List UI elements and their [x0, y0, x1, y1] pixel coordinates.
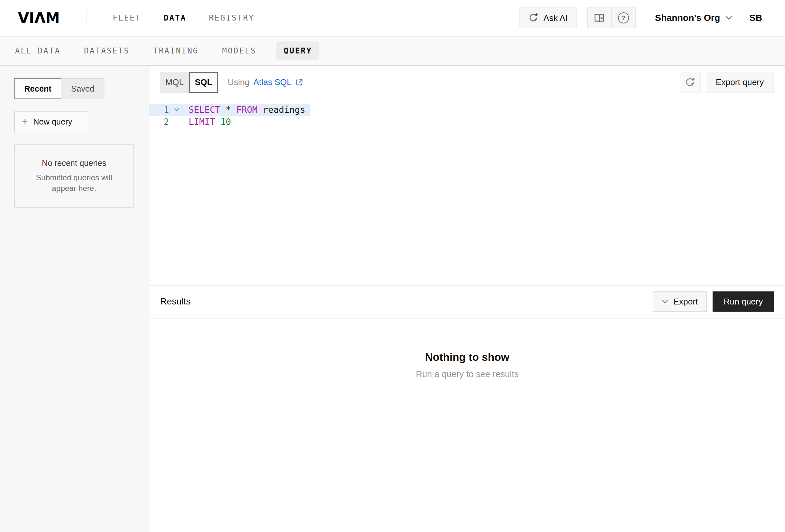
results-empty-subtitle: Run a query to see results	[149, 369, 785, 379]
results-header: Results Export Run query	[149, 285, 785, 318]
no-recent-queries-subtitle: Submitted queries will appear here.	[24, 172, 124, 194]
recent-saved-toggle: Recent Saved	[15, 78, 134, 99]
tab-training[interactable]: TRAINING	[153, 46, 199, 55]
run-query-button[interactable]: Run query	[713, 291, 774, 312]
recent-tab[interactable]: Recent	[15, 78, 61, 99]
tab-datasets[interactable]: DATASETS	[84, 46, 130, 55]
code-line-2[interactable]: 2 LIMIT 10	[149, 116, 235, 128]
navbar-right: Ask AI ? Shannon's Org	[519, 7, 762, 28]
atlas-sql-label: Atlas SQL	[253, 77, 292, 87]
results-empty-state: Nothing to show Run a query to see resul…	[149, 318, 785, 532]
nav-registry[interactable]: REGISTRY	[209, 14, 254, 23]
external-link-icon	[295, 78, 303, 87]
export-results-button[interactable]: Export	[653, 291, 707, 312]
toolbar-right: Export query	[680, 72, 774, 93]
org-switcher[interactable]: Shannon's Org	[655, 13, 733, 23]
nav-data[interactable]: DATA	[164, 14, 187, 23]
line-number: 1	[149, 105, 169, 115]
no-recent-queries-title: No recent queries	[42, 158, 106, 168]
query-sidebar: Recent Saved + New query No recent queri…	[0, 66, 149, 532]
results-title: Results	[160, 296, 191, 307]
ask-ai-label: Ask AI	[543, 13, 568, 23]
primary-nav: FLEET DATA REGISTRY	[112, 14, 254, 23]
viam-data-query-page: VIΛM FLEET DATA REGISTRY Ask AI	[0, 0, 785, 532]
no-recent-queries-box: No recent queries Submitted queries will…	[15, 144, 134, 208]
query-toolbar: MQL SQL Using Atlas SQL	[149, 66, 785, 100]
ai-sparkle-icon	[528, 12, 539, 24]
saved-tab[interactable]: Saved	[61, 78, 104, 99]
avatar[interactable]: SB	[750, 13, 762, 23]
ask-ai-button[interactable]: Ask AI	[519, 7, 577, 28]
new-query-label: New query	[33, 117, 72, 127]
line-number: 2	[149, 117, 169, 127]
using-label: Using	[228, 77, 249, 87]
help-icon: ?	[618, 12, 629, 24]
chevron-down-icon	[725, 16, 732, 20]
sql-editor[interactable]: 1 SELECT * FROM readings 2 LIMIT 10	[149, 100, 785, 285]
data-subnav: ALL DATA DATASETS TRAINING MODELS QUERY	[0, 36, 785, 66]
mql-mode-button[interactable]: MQL	[160, 72, 189, 93]
mql-sql-toggle: MQL SQL	[160, 72, 218, 93]
help-button[interactable]: ?	[611, 8, 635, 28]
navbar-divider	[86, 10, 86, 25]
docs-help-group: ?	[587, 7, 636, 28]
tab-query[interactable]: QUERY	[276, 42, 319, 60]
viam-logo[interactable]: VIΛM	[18, 10, 60, 26]
atlas-sql-link[interactable]: Atlas SQL	[253, 77, 303, 87]
export-query-button[interactable]: Export query	[706, 72, 774, 93]
new-query-button[interactable]: + New query	[15, 111, 88, 132]
ai-generate-button[interactable]	[680, 72, 701, 93]
ai-sparkle-icon	[684, 77, 696, 88]
nav-fleet[interactable]: FLEET	[112, 14, 141, 23]
content-row: Recent Saved + New query No recent queri…	[0, 66, 785, 532]
org-name: Shannon's Org	[655, 13, 720, 23]
results-actions: Export Run query	[653, 291, 774, 312]
export-results-label: Export	[674, 297, 698, 307]
code-text: LIMIT 10	[184, 117, 231, 127]
tab-models[interactable]: MODELS	[222, 46, 256, 55]
docs-button[interactable]	[588, 8, 611, 28]
sql-mode-button[interactable]: SQL	[189, 72, 218, 93]
tab-all-data[interactable]: ALL DATA	[15, 46, 61, 55]
code-text: SELECT * FROM readings	[184, 105, 305, 115]
book-icon	[593, 12, 605, 24]
query-main-panel: MQL SQL Using Atlas SQL	[149, 66, 785, 532]
fold-chevron-down-icon[interactable]	[169, 108, 184, 111]
plus-icon: +	[22, 116, 28, 127]
chevron-down-icon	[662, 299, 668, 304]
code-line-1[interactable]: 1 SELECT * FROM readings	[149, 104, 310, 116]
results-empty-title: Nothing to show	[149, 351, 785, 364]
top-navbar: VIΛM FLEET DATA REGISTRY Ask AI	[0, 0, 785, 36]
